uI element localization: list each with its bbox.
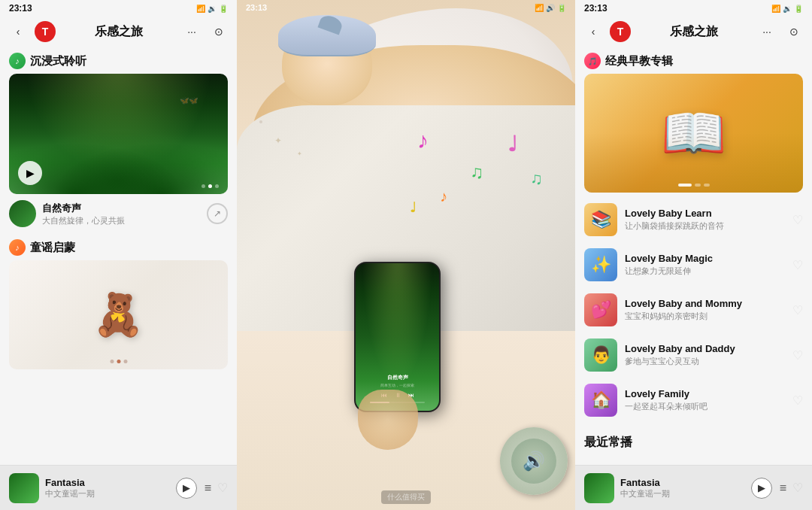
more-button-left[interactable]: ···: [181, 21, 202, 42]
player-title-right: Fantasia: [620, 477, 745, 488]
mid-battery-icon: 🔋: [557, 4, 566, 12]
logo-left: T: [35, 21, 56, 42]
signal-icon: 📶: [196, 5, 205, 13]
player-subtitle-right: 中文童谣一期: [620, 488, 745, 499]
song-info-row: 自然奇声 大自然旋律，心灵共振 ↗: [0, 194, 237, 233]
mid-wifi-icon: 🔊: [546, 4, 555, 12]
album-thumb-emoji-3: 💕: [591, 300, 611, 320]
note6: ♫: [530, 169, 543, 189]
middle-panel: 23:13 📶 🔊 🔋 ✦ ✦: [237, 0, 575, 510]
status-bar-right: 23:13 📶 🔉 🔋: [575, 0, 812, 17]
player-controls-left: ▶ ≡: [176, 478, 211, 499]
album-thumb-5: 🏠: [584, 384, 617, 417]
target-button-right[interactable]: ⊙: [783, 21, 804, 42]
album-thumb-emoji-5: 🏠: [591, 390, 611, 410]
album-name-4: Lovely Baby and Daddy: [625, 343, 785, 354]
note1: ♪: [417, 128, 429, 153]
right-signal-icon: 📶: [771, 5, 780, 13]
album-dots: [678, 184, 710, 187]
album-item-4[interactable]: 👨 Lovely Baby and Daddy 爹地与宝宝心灵互动 ♡: [575, 332, 812, 378]
music-notes: ♪ ♫ ♩ ♪ ♩ ♫: [402, 120, 553, 308]
top-nav-right: ‹ T 乐感之旅 ··· ⊙: [575, 17, 812, 47]
star2: ✦: [297, 150, 302, 157]
player-bar-right: Fantasia 中文童谣一期 ▶ ≡ ♡: [575, 465, 812, 510]
toys-dot3: [123, 360, 127, 363]
status-time-middle: 23:13: [246, 3, 267, 12]
album-dot3: [704, 184, 710, 187]
status-time-right: 23:13: [584, 3, 607, 14]
song-details: 自然奇声 大自然旋律，心灵共振: [42, 202, 201, 226]
album-desc-1: 让小脑袋插接探跳跃的音符: [625, 220, 785, 232]
note3: ♩: [508, 132, 517, 156]
featured-card[interactable]: 🦋🦋 ▶: [9, 74, 228, 194]
right-scroll: 🎵 经典早教专辑 📖 📚 Lovely Baby Learn: [575, 47, 812, 465]
player-thumbnail-right: [584, 473, 614, 503]
note5: ♩: [410, 199, 416, 216]
share-button[interactable]: ↗: [207, 203, 228, 224]
favorite-button-right[interactable]: ♡: [792, 481, 803, 495]
top-nav-left: ‹ T 乐感之旅 ··· ⊙: [0, 17, 237, 47]
right-section-title: 经典早教专辑: [605, 54, 673, 68]
favorite-2[interactable]: ♡: [792, 258, 803, 272]
target-button-left[interactable]: ⊙: [208, 21, 229, 42]
spacer: [0, 369, 237, 378]
album-desc-2: 让想象力无限延伸: [625, 266, 785, 277]
album-info-3: Lovely Baby and Mommy 宝宝和妈妈的亲密时刻: [625, 298, 785, 322]
right-panel: 23:13 📶 🔉 🔋 ‹ T 乐感之旅 ··· ⊙ 🎵 经典早教专辑 📖: [575, 0, 812, 510]
player-controls-right: ▶ ≡: [751, 478, 786, 499]
album-name-3: Lovely Baby and Mommy: [625, 298, 785, 309]
right-wifi-icon: 🔉: [783, 5, 792, 13]
album-thumb-1: 📚: [584, 203, 617, 236]
hand: [358, 390, 418, 450]
wifi-icon: 🔉: [208, 5, 217, 13]
album-info-1: Lovely Baby Learn 让小脑袋插接探跳跃的音符: [625, 208, 785, 232]
album-thumb-emoji-2: ✨: [591, 255, 611, 275]
playlist-button-left[interactable]: ≡: [205, 481, 211, 495]
playlist-button-right[interactable]: ≡: [780, 481, 786, 495]
song-desc: 大自然旋律，心灵共振: [42, 215, 201, 226]
hero-album-card[interactable]: 📖: [584, 74, 803, 193]
section1-title: 沉浸式聆听: [30, 54, 86, 68]
toys-card[interactable]: 🧸: [9, 260, 228, 369]
more-button-right[interactable]: ···: [756, 21, 777, 42]
toys-dot2-active: [117, 360, 120, 363]
status-bar-left: 23:13 📶 🔉 🔋: [0, 0, 237, 17]
player-title-left: Fantasia: [45, 477, 170, 488]
back-button-left[interactable]: ‹: [8, 21, 29, 42]
back-button-right[interactable]: ‹: [583, 21, 604, 42]
left-panel: 23:13 📶 🔉 🔋 ‹ T 乐感之旅 ··· ⊙ ♪ 沉浸式聆听: [0, 0, 237, 510]
album-item-3[interactable]: 💕 Lovely Baby and Mommy 宝宝和妈妈的亲密时刻 ♡: [575, 287, 812, 332]
album-item-2[interactable]: ✨ Lovely Baby Magic 让想象力无限延伸 ♡: [575, 242, 812, 287]
favorite-4[interactable]: ♡: [792, 348, 803, 363]
play-button-featured[interactable]: ▶: [18, 161, 42, 185]
play-pause-button-left[interactable]: ▶: [176, 478, 197, 499]
right-section-header: 🎵 经典早教专辑: [575, 47, 812, 74]
favorite-button-left[interactable]: ♡: [217, 481, 228, 495]
album-dot2: [695, 184, 701, 187]
album-thumb-emoji-4: 👨: [591, 345, 611, 365]
section2-title: 童谣启蒙: [30, 241, 75, 255]
toys-illustration: 🧸: [92, 290, 144, 339]
mid-signal-icon: 📶: [535, 4, 544, 12]
dot1: [201, 184, 205, 188]
album-name-1: Lovely Baby Learn: [625, 208, 785, 219]
speaker-body: 🔊: [500, 427, 568, 495]
right-battery-icon: 🔋: [794, 5, 803, 13]
favorite-5[interactable]: ♡: [792, 393, 803, 408]
album-item-1[interactable]: 📚 Lovely Baby Learn 让小脑袋插接探跳跃的音符 ♡: [575, 197, 812, 242]
album-desc-3: 宝宝和妈妈的亲密时刻: [625, 311, 785, 322]
favorite-3[interactable]: ♡: [792, 303, 803, 317]
play-pause-button-right[interactable]: ▶: [751, 478, 772, 499]
baby-scene-background: ✦ ✦ 自然奇声 简单互动，一起探索 ⏮ ⏸ ⏭: [237, 0, 575, 510]
favorite-1[interactable]: ♡: [792, 213, 803, 227]
nav-title-right: 乐感之旅: [637, 24, 750, 40]
right-section-icon: 🎵: [584, 53, 601, 69]
section1-header: ♪ 沉浸式聆听: [0, 47, 237, 74]
album-item-5[interactable]: 🏠 Lovely Family 一起竖起耳朵来倾听吧 ♡: [575, 378, 812, 423]
album-desc-4: 爹地与宝宝心灵互动: [625, 356, 785, 367]
status-time-left: 23:13: [9, 3, 32, 14]
album-thumb-3: 💕: [584, 293, 617, 326]
watermark: 什么值得买: [381, 490, 431, 504]
dot3: [215, 184, 219, 188]
status-icons-middle: 📶 🔊 🔋: [535, 4, 566, 12]
